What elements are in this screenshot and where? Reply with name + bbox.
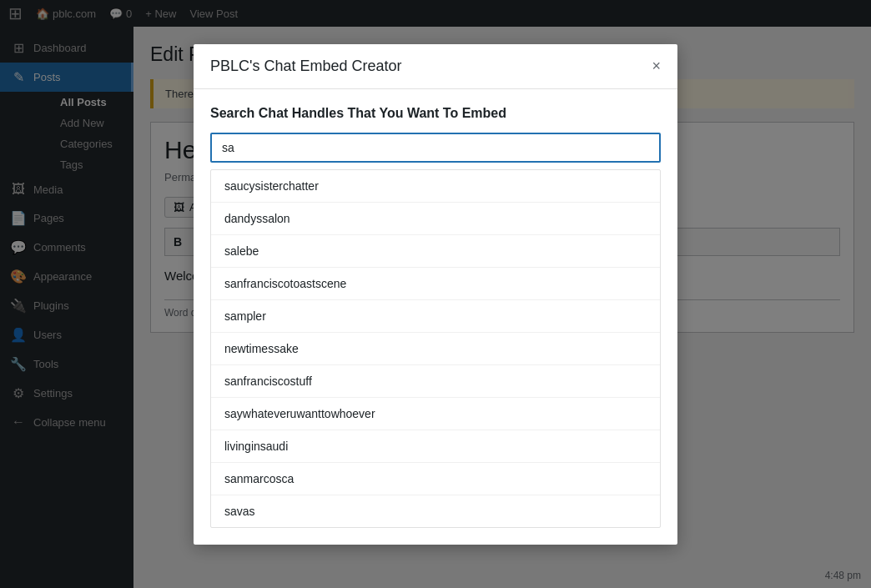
modal-search-label: Search Chat Handles That You Want To Emb… [210, 106, 661, 121]
result-item[interactable]: sanfranciscostuff [211, 365, 660, 398]
result-item[interactable]: sanfranciscotoastscene [211, 268, 660, 300]
chat-handle-search-input[interactable] [210, 133, 661, 163]
result-item[interactable]: saucysisterchatter [211, 170, 660, 203]
result-item[interactable]: sampler [211, 300, 660, 333]
modal-title: PBLC's Chat Embed Creator [210, 58, 402, 75]
result-item[interactable]: newtimessake [211, 333, 660, 365]
modal-header: PBLC's Chat Embed Creator × [194, 44, 677, 89]
result-item[interactable]: saywhateveruwanttowhoever [211, 398, 660, 430]
modal-close-button[interactable]: × [652, 58, 661, 73]
result-item[interactable]: savas [211, 495, 660, 527]
result-item[interactable]: sanmarcosca [211, 463, 660, 495]
modal-body: Search Chat Handles That You Want To Emb… [194, 89, 677, 545]
result-item[interactable]: salebe [211, 235, 660, 268]
search-results-list: saucysisterchatterdandyssalonsalebesanfr… [210, 169, 661, 528]
result-item[interactable]: dandyssalon [211, 203, 660, 235]
modal: PBLC's Chat Embed Creator × Search Chat … [194, 44, 677, 545]
modal-overlay: PBLC's Chat Embed Creator × Search Chat … [0, 0, 871, 588]
result-item[interactable]: livinginsaudi [211, 430, 660, 463]
